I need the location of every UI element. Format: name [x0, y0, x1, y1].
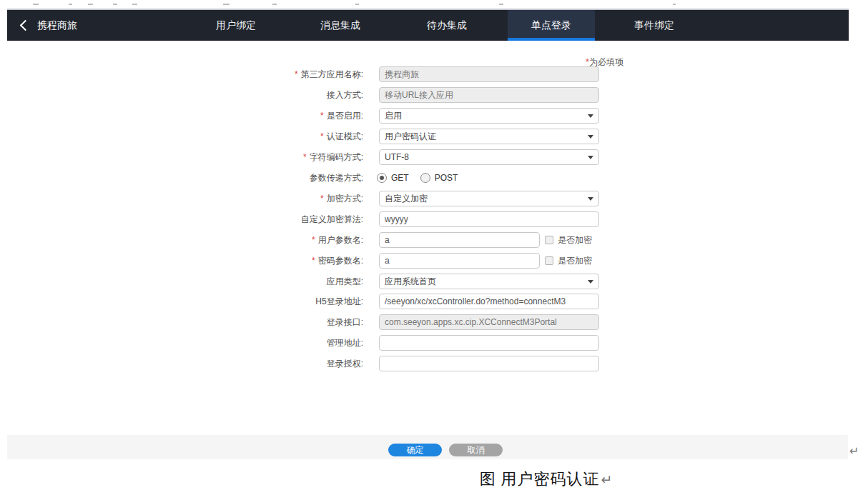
form-row: *是否启用:启用 [0, 108, 868, 124]
field-label-text: 用户参数名: [318, 235, 363, 245]
text-input[interactable] [379, 211, 599, 227]
return-mark-icon: ↵ [849, 444, 859, 458]
form-row: 自定义加密算法: [0, 211, 868, 227]
form-row: *认证模式:用户密码认证 [0, 129, 868, 144]
select-value: 自定义加密 [385, 191, 428, 206]
required-asterisk: * [312, 235, 315, 245]
select-value: 应用系统首页 [385, 274, 436, 289]
page: 携程商旅 用户绑定消息集成待办集成单点登录事件绑定 *为必填项 *第三方应用名称… [0, 0, 868, 500]
text-input [379, 66, 599, 82]
required-asterisk: * [320, 194, 324, 204]
radio-label: POST [435, 173, 458, 183]
sso-form: *第三方应用名称:接入方式:*是否启用:启用*认证模式:用户密码认证*字符编码方… [0, 0, 868, 400]
field-label-text: 加密方式: [327, 194, 363, 204]
field-label-text: H5登录地址: [315, 296, 363, 306]
required-asterisk: * [320, 111, 324, 121]
field-label-text: 是否启用: [327, 111, 363, 121]
required-asterisk: * [320, 131, 324, 141]
figure-caption-text: 图 用户密码认证 [480, 470, 600, 488]
field-label-text: 应用类型: [327, 276, 363, 286]
field-label: *密码参数名: [214, 253, 363, 269]
select-input[interactable]: 启用 [379, 108, 599, 124]
field-label-text: 自定义加密算法: [301, 214, 363, 224]
form-row: 登录授权: [0, 356, 868, 371]
checkbox-label: 是否加密 [558, 232, 592, 248]
field-label-text: 登录接口: [327, 317, 363, 327]
checkbox-label: 是否加密 [558, 253, 592, 269]
dropdown-arrow-icon [588, 135, 593, 139]
dropdown-arrow-icon [588, 114, 593, 118]
form-row: 登录接口: [0, 314, 868, 330]
field-label: 参数传递方式: [214, 170, 363, 186]
confirm-button[interactable]: 确定 [388, 444, 442, 456]
field-label-text: 管理地址: [327, 338, 363, 348]
select-input[interactable]: 应用系统首页 [379, 274, 599, 289]
field-label-text: 字符编码方式: [310, 152, 363, 162]
text-input[interactable] [379, 335, 599, 351]
form-row: H5登录地址: [0, 294, 868, 309]
field-label-text: 第三方应用名称: [301, 69, 363, 79]
select-value: 启用 [385, 109, 402, 123]
encrypt-checkbox[interactable] [545, 236, 553, 244]
field-label-text: 密码参数名: [318, 256, 363, 266]
field-label: 管理地址: [214, 335, 363, 351]
encrypt-checkbox[interactable] [545, 256, 553, 265]
required-asterisk: * [303, 152, 307, 162]
radio-group: GETPOST [377, 170, 469, 186]
form-row: 接入方式: [0, 87, 868, 103]
dropdown-arrow-icon [588, 156, 593, 159]
figure-caption: 图 用户密码认证↵ [480, 469, 612, 490]
field-label: 登录授权: [214, 356, 363, 371]
text-input[interactable] [379, 232, 540, 248]
dropdown-arrow-icon [588, 197, 593, 201]
required-asterisk: * [295, 69, 298, 79]
select-value: UTF-8 [385, 150, 409, 164]
radio-get[interactable] [377, 173, 387, 183]
form-row: *字符编码方式:UTF-8 [0, 149, 868, 165]
field-label: 自定义加密算法: [214, 211, 363, 227]
select-input[interactable]: 自定义加密 [379, 191, 599, 206]
select-input[interactable]: UTF-8 [379, 149, 599, 165]
text-input[interactable] [379, 294, 599, 309]
required-asterisk: * [312, 256, 315, 266]
form-row: *用户参数名:是否加密 [0, 232, 868, 248]
field-label-text: 参数传递方式: [310, 173, 363, 183]
select-input[interactable]: 用户密码认证 [379, 129, 599, 144]
text-input [379, 314, 599, 330]
text-input[interactable] [379, 253, 540, 269]
field-label: 应用类型: [214, 274, 363, 289]
form-row: 管理地址: [0, 335, 868, 351]
form-row: *第三方应用名称: [0, 66, 868, 82]
field-label: *用户参数名: [214, 232, 363, 248]
field-label: *第三方应用名称: [214, 66, 363, 82]
radio-label: GET [391, 173, 409, 183]
form-row: *密码参数名:是否加密 [0, 253, 868, 269]
field-label: *加密方式: [214, 191, 363, 206]
form-row: *加密方式:自定义加密 [0, 191, 868, 206]
select-value: 用户密码认证 [385, 129, 436, 144]
form-row: 参数传递方式:GETPOST [0, 170, 868, 186]
field-label-text: 登录授权: [327, 359, 363, 369]
field-label: *是否启用: [214, 108, 363, 124]
radio-post[interactable] [420, 173, 430, 183]
text-input [379, 87, 599, 103]
field-label-text: 认证模式: [327, 131, 363, 141]
field-label-text: 接入方式: [327, 90, 363, 100]
field-label: *字符编码方式: [214, 149, 363, 165]
field-label: H5登录地址: [214, 294, 363, 309]
cancel-button[interactable]: 取消 [449, 444, 503, 456]
form-row: 应用类型:应用系统首页 [0, 274, 868, 289]
field-label: 登录接口: [214, 314, 363, 330]
field-label: 接入方式: [214, 87, 363, 103]
caption-return-mark-icon: ↵ [601, 471, 613, 487]
text-input[interactable] [379, 356, 599, 371]
dropdown-arrow-icon [588, 280, 593, 284]
field-label: *认证模式: [214, 129, 363, 144]
